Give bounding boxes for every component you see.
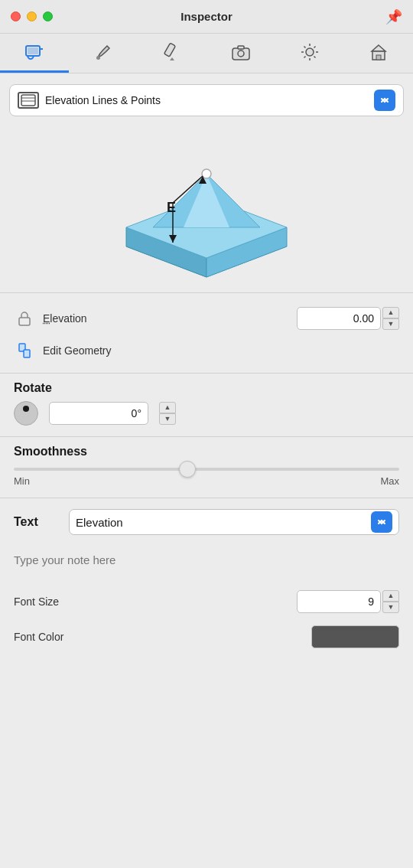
font-color-label: Font Color bbox=[14, 631, 304, 643]
font-size-decrement[interactable]: ▼ bbox=[382, 602, 399, 613]
font-size-value-box: ▲ ▼ bbox=[297, 590, 399, 613]
svg-rect-20 bbox=[376, 55, 381, 60]
svg-point-30 bbox=[202, 169, 211, 178]
font-size-input[interactable] bbox=[297, 590, 381, 613]
svg-rect-4 bbox=[164, 43, 176, 57]
elevation-row: Elevation ▲ ▼ bbox=[14, 301, 399, 336]
svg-marker-18 bbox=[372, 45, 385, 51]
rotate-label: Rotate bbox=[14, 381, 399, 395]
smoothness-section: Smoothness Min Max bbox=[0, 436, 413, 498]
svg-rect-38 bbox=[24, 350, 30, 357]
text-label: Text bbox=[14, 515, 60, 529]
elevation-illustration: E bbox=[0, 124, 413, 292]
elevation-increment[interactable]: ▲ bbox=[382, 307, 399, 318]
elevation-svg: E bbox=[84, 128, 329, 289]
smoothness-label: Smoothness bbox=[14, 445, 399, 458]
svg-rect-8 bbox=[238, 46, 244, 49]
svg-marker-5 bbox=[170, 57, 174, 60]
smoothness-max: Max bbox=[380, 475, 399, 487]
rotate-increment[interactable]: ▲ bbox=[159, 402, 176, 413]
font-size-row: Font Size ▲ ▼ bbox=[14, 584, 399, 619]
svg-line-14 bbox=[304, 47, 306, 48]
titlebar: Inspector 📌 bbox=[0, 0, 413, 34]
svg-rect-2 bbox=[28, 47, 38, 54]
rotate-input[interactable] bbox=[49, 402, 148, 425]
text-dropdown-value: Elevation bbox=[76, 516, 123, 529]
font-size-increment[interactable]: ▲ bbox=[382, 590, 399, 602]
smoothness-labels: Min Max bbox=[14, 475, 399, 487]
elevation-decrement[interactable]: ▼ bbox=[382, 318, 399, 330]
text-section: Text Elevation Font Size ▲ ▼ Font Color bbox=[0, 498, 413, 662]
rotate-section: Rotate ▲ ▼ bbox=[0, 374, 413, 436]
rotate-row: ▲ ▼ bbox=[14, 401, 399, 426]
text-dropdown-row: Text Elevation bbox=[14, 509, 399, 535]
layer-dropdown-label: Elevation Lines & Points bbox=[45, 94, 368, 106]
rotate-decrement[interactable]: ▼ bbox=[159, 413, 176, 425]
font-color-swatch[interactable] bbox=[311, 625, 399, 648]
text-dropdown[interactable]: Elevation bbox=[69, 509, 399, 535]
elevation-input[interactable] bbox=[297, 307, 381, 330]
font-color-row: Font Color bbox=[14, 619, 399, 654]
text-dropdown-arrow[interactable] bbox=[371, 511, 392, 533]
lock-icon bbox=[14, 310, 35, 327]
edit-geometry-label: Edit Geometry bbox=[43, 344, 399, 357]
camera-tab[interactable] bbox=[206, 34, 275, 73]
elevation-label: Elevation bbox=[43, 312, 289, 325]
rotate-knob[interactable] bbox=[14, 401, 38, 426]
layer-dropdown[interactable]: Elevation Lines & Points bbox=[9, 84, 404, 116]
rotate-stepper: ▲ ▼ bbox=[159, 402, 176, 425]
brush-tab[interactable] bbox=[69, 34, 138, 73]
layer-dropdown-arrow[interactable] bbox=[374, 90, 395, 111]
note-input[interactable] bbox=[14, 544, 399, 575]
maximize-button[interactable] bbox=[43, 11, 53, 21]
svg-line-17 bbox=[304, 57, 306, 58]
font-size-label: Font Size bbox=[14, 596, 289, 608]
geometry-icon bbox=[14, 342, 35, 359]
svg-point-3 bbox=[96, 56, 100, 60]
elevation-section: Elevation ▲ ▼ Edit Geometry bbox=[0, 293, 413, 373]
smoothness-track[interactable] bbox=[14, 468, 399, 471]
window-title: Inspector bbox=[180, 10, 233, 23]
toolbar bbox=[0, 34, 413, 73]
minimize-button[interactable] bbox=[27, 11, 37, 21]
window-controls bbox=[11, 11, 53, 21]
paint-bucket-tab[interactable] bbox=[0, 34, 69, 73]
smoothness-thumb[interactable] bbox=[179, 461, 196, 478]
sun-tab[interactable] bbox=[275, 34, 344, 73]
pencil-tab[interactable] bbox=[138, 34, 206, 73]
pin-icon[interactable]: 📌 bbox=[385, 8, 402, 25]
svg-point-9 bbox=[306, 48, 314, 56]
elevation-stepper: ▲ ▼ bbox=[382, 307, 399, 330]
edit-geometry-row: Edit Geometry bbox=[14, 336, 399, 365]
svg-line-16 bbox=[314, 47, 316, 48]
house-tab[interactable] bbox=[344, 34, 413, 73]
svg-rect-36 bbox=[19, 318, 30, 325]
svg-line-15 bbox=[314, 57, 316, 58]
svg-rect-21 bbox=[21, 95, 35, 106]
close-button[interactable] bbox=[11, 11, 21, 21]
font-size-stepper: ▲ ▼ bbox=[382, 590, 399, 613]
elevation-value-box: ▲ ▼ bbox=[297, 307, 399, 330]
layer-dropdown-icon bbox=[18, 92, 39, 109]
smoothness-min: Min bbox=[14, 475, 30, 487]
